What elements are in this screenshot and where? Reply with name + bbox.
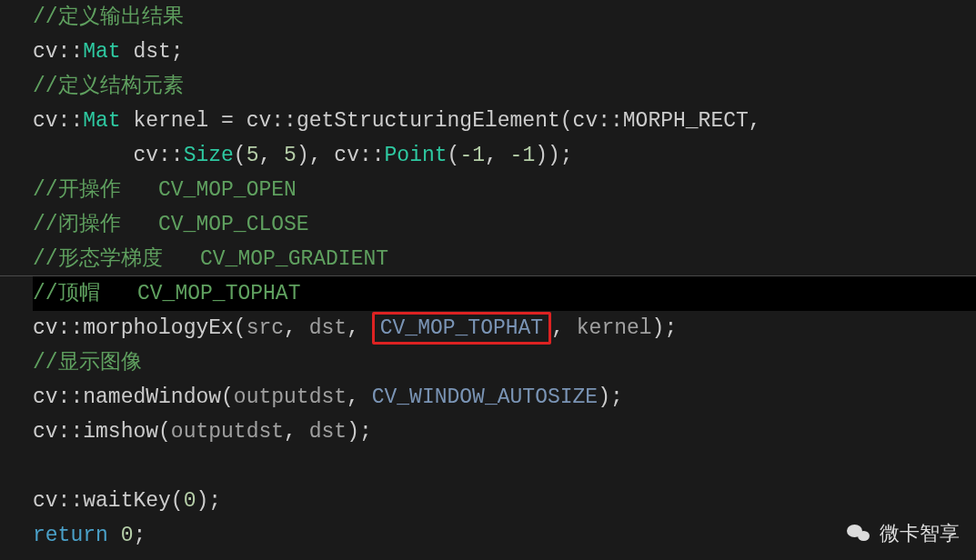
- code-line: return 0;: [33, 518, 976, 553]
- code-line: //闭操作 CV_MOP_CLOSE: [33, 207, 976, 242]
- code-line: cv::morphologyEx(src, dst, CV_MOP_TOPHAT…: [33, 311, 976, 345]
- code-editor[interactable]: //定义输出结果 cv::Mat dst; //定义结构元素 cv::Mat k…: [0, 0, 976, 553]
- comment-text: //定义结构元素: [33, 75, 184, 98]
- code-line: //定义结构元素: [33, 69, 976, 104]
- code-line: cv::Mat dst;: [33, 35, 976, 69]
- comment-text: //开操作 CV_MOP_OPEN: [33, 178, 297, 202]
- code-line: //开操作 CV_MOP_OPEN: [33, 173, 976, 207]
- code-line: cv::namedWindow(outputdst, CV_WINDOW_AUT…: [33, 380, 976, 415]
- comment-text: //定义输出结果: [33, 5, 184, 29]
- highlighted-constant-box: CV_MOP_TOPHAT: [372, 312, 551, 345]
- code-line-blank: [33, 449, 976, 484]
- code-line: //显示图像: [33, 345, 976, 380]
- code-line: cv::Mat kernel = cv::getStructuringEleme…: [33, 104, 976, 138]
- comment-text: //形态学梯度 CV_MOP_GRADIENT: [33, 247, 388, 271]
- code-line: cv::waitKey(0);: [33, 484, 976, 518]
- code-line: cv::Size(5, 5), cv::Point(-1, -1));: [33, 138, 976, 173]
- code-line: cv::imshow(outputdst, dst);: [33, 415, 976, 449]
- comment-text: //显示图像: [33, 351, 142, 375]
- comment-text: //闭操作 CV_MOP_CLOSE: [33, 213, 309, 236]
- code-line-current: //顶帽 CV_MOP_TOPHAT: [33, 276, 976, 311]
- comment-text: //顶帽 CV_MOP_TOPHAT: [33, 282, 300, 305]
- code-line: //定义输出结果: [33, 0, 976, 35]
- code-line: //形态学梯度 CV_MOP_GRADIENT: [33, 242, 976, 276]
